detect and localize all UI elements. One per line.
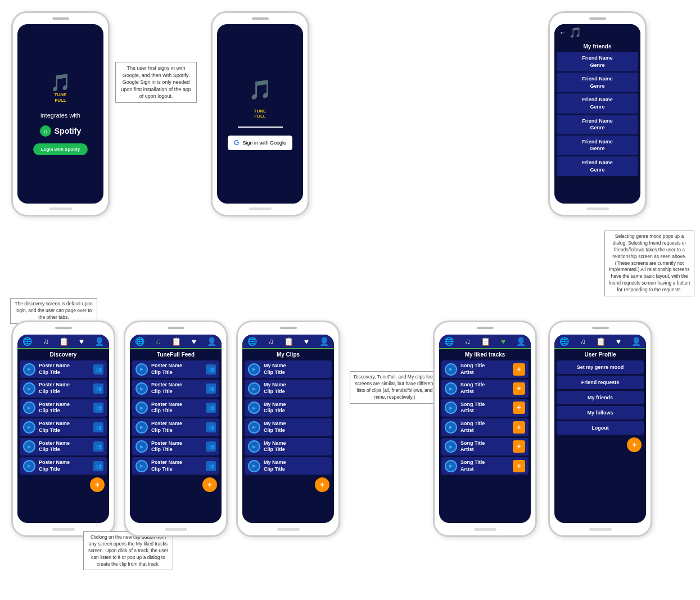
play-button-0[interactable]: ▶ [136,363,148,376]
friend-icon-2[interactable]: 👥 [206,403,216,413]
liked-play-0[interactable]: ▶ [445,363,457,376]
nav-icon-1[interactable]: ♫ [464,337,471,346]
play-button-2[interactable]: ▶ [136,401,148,414]
nav-icon-1[interactable]: ♫ [268,337,274,346]
liked-play-3[interactable]: ▶ [445,421,457,434]
play-button-1[interactable]: ▶ [248,382,260,395]
friend-item-1[interactable]: Friend NameGenre [557,73,638,92]
liked-add-btn-0[interactable]: + [513,363,525,376]
feed-add-clip-button[interactable]: + [202,477,217,492]
profile-add-btn[interactable]: + [627,437,642,452]
friend-icon-0[interactable]: 👥 [206,364,216,375]
nav-icon-3[interactable]: ♥ [304,337,309,346]
friend-icon-4[interactable]: 👥 [93,441,103,452]
friend-item-0[interactable]: Friend NameGenre [557,52,638,71]
profile-item-2[interactable]: My friends [557,391,644,404]
nav-icon-4[interactable]: 👤 [516,337,526,346]
nav-icon-1[interactable]: ♫ [43,337,49,346]
feed-item-2[interactable]: ▶Poster NameClip Title👥 [132,399,219,417]
nav-icon-0[interactable]: 🌐 [247,337,257,346]
nav-icon-3[interactable]: ♥ [616,337,621,346]
play-button-2[interactable]: ▶ [248,401,260,414]
liked-play-4[interactable]: ▶ [445,440,457,453]
play-button-0[interactable]: ▶ [23,363,35,376]
feed-item-4[interactable]: ▶Poster NameClip Title👥 [132,438,219,455]
feed-item-0[interactable]: ▶My NameClip Title [245,360,332,378]
play-button-5[interactable]: ▶ [136,460,148,472]
feed-item-3[interactable]: ▶Poster NameClip Title👥 [20,418,107,436]
friend-icon-5[interactable]: 👥 [93,461,103,471]
friend-icon-1[interactable]: 👥 [93,384,103,394]
play-button-0[interactable]: ▶ [248,363,260,376]
nav-icon-4[interactable]: 👤 [207,337,216,346]
feed-item-4[interactable]: ▶My NameClip Title [245,438,332,455]
friend-icon-5[interactable]: 👥 [206,461,216,471]
profile-item-4[interactable]: Logout [557,421,644,435]
friend-icon-1[interactable]: 👥 [206,384,216,394]
nav-icon-3[interactable]: ♥ [501,337,505,346]
play-button-1[interactable]: ▶ [23,382,35,395]
play-button-4[interactable]: ▶ [136,440,148,453]
liked-item-3[interactable]: ▶Song TitleArtist+ [441,418,529,436]
liked-play-1[interactable]: ▶ [445,382,457,395]
feed-item-3[interactable]: ▶Poster NameClip Title👥 [132,418,219,436]
play-button-3[interactable]: ▶ [23,421,35,434]
feed-item-2[interactable]: ▶Poster NameClip Title👥 [20,399,107,417]
nav-icon-2[interactable]: 📋 [481,337,490,346]
nav-icon-0[interactable]: 🌐 [444,337,454,346]
nav-icon-2[interactable]: 📋 [596,337,606,346]
nav-icon-1[interactable]: ♫ [580,337,586,346]
nav-icon-0[interactable]: 🌐 [559,337,569,346]
feed-item-5[interactable]: ▶Poster NameClip Title👥 [20,457,107,475]
liked-add-btn-3[interactable]: + [513,421,525,434]
play-button-5[interactable]: ▶ [248,460,260,472]
nav-icon-1[interactable]: ♫ [155,337,161,346]
friend-item-2[interactable]: Friend NameGenre [557,93,638,113]
liked-item-5[interactable]: ▶Song TitleArtist+ [441,457,529,475]
nav-icon-4[interactable]: 👤 [94,337,104,346]
nav-icon-2[interactable]: 📋 [284,337,293,346]
play-button-4[interactable]: ▶ [248,440,260,453]
feed-item-5[interactable]: ▶My NameClip Title [245,457,332,475]
friend-icon-0[interactable]: 👥 [93,364,103,375]
feed-item-3[interactable]: ▶My NameClip Title [245,418,332,436]
feed-item-0[interactable]: ▶Poster NameClip Title👥 [132,360,219,378]
login-spotify-button[interactable]: Login with Spotify [33,143,88,155]
play-button-4[interactable]: ▶ [23,440,35,453]
friend-icon-3[interactable]: 👥 [206,422,216,432]
friend-icon-2[interactable]: 👥 [93,403,103,413]
liked-item-2[interactable]: ▶Song TitleArtist+ [441,399,529,417]
liked-add-btn-2[interactable]: + [513,401,525,414]
friend-item-3[interactable]: Friend NameGenre [557,115,638,134]
clips-add-clip-button[interactable]: + [315,477,329,492]
friend-icon-4[interactable]: 👥 [206,441,216,452]
profile-item-3[interactable]: My follows [557,406,644,419]
back-arrow-icon[interactable]: ← [559,28,567,37]
nav-icon-0[interactable]: 🌐 [22,337,32,346]
nav-icon-4[interactable]: 👤 [319,337,329,346]
nav-icon-4[interactable]: 👤 [631,337,641,346]
liked-play-5[interactable]: ▶ [445,460,457,472]
play-button-3[interactable]: ▶ [248,421,260,434]
discovery-add-clip-button[interactable]: + [90,477,105,492]
liked-item-1[interactable]: ▶Song TitleArtist+ [441,380,529,397]
feed-item-5[interactable]: ▶Poster NameClip Title👥 [132,457,219,475]
nav-icon-2[interactable]: 📋 [59,337,69,346]
friend-icon-3[interactable]: 👥 [93,422,103,432]
play-button-5[interactable]: ▶ [23,460,35,472]
nav-icon-3[interactable]: ♥ [79,337,84,346]
liked-add-btn-5[interactable]: + [513,460,525,472]
feed-item-1[interactable]: ▶Poster NameClip Title👥 [20,380,107,397]
google-signin-button[interactable]: G Sign in with Google [228,136,292,150]
play-button-1[interactable]: ▶ [136,382,148,395]
liked-add-btn-4[interactable]: + [513,440,525,453]
feed-item-2[interactable]: ▶My NameClip Title [245,399,332,417]
friend-item-4[interactable]: Friend NameGenre [557,136,638,155]
liked-item-4[interactable]: ▶Song TitleArtist+ [441,438,529,455]
friend-item-5[interactable]: Friend NameGenre [557,156,638,176]
profile-item-0[interactable]: Set my genre mood [557,360,644,374]
feed-item-1[interactable]: ▶My NameClip Title [245,380,332,397]
profile-item-1[interactable]: Friend requests [557,376,644,389]
play-button-3[interactable]: ▶ [136,421,148,434]
nav-icon-0[interactable]: 🌐 [135,337,144,346]
